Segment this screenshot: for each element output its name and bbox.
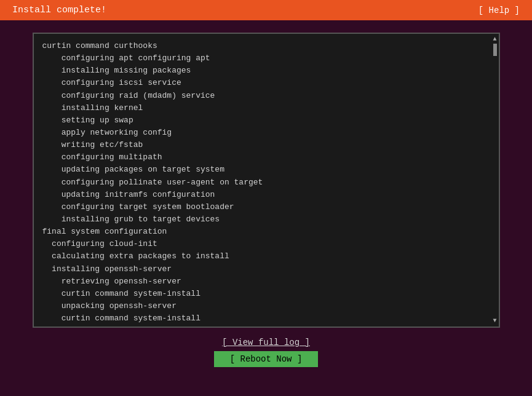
header-help-button[interactable]: [ Help ] <box>478 6 520 15</box>
view-full-log-button[interactable]: [ View full log ] <box>222 338 310 347</box>
header-title: Install complete! <box>12 5 106 15</box>
log-content: curtin command curthooks configuring apt… <box>42 40 490 328</box>
bottom-buttons: [ View full log ] [ Reboot Now ] <box>214 338 319 367</box>
log-terminal: curtin command curthooks configuring apt… <box>33 33 500 328</box>
scrollbar-arrow-down[interactable]: ▼ <box>493 318 496 324</box>
scrollbar-track[interactable]: ▲ ▼ <box>493 36 498 324</box>
main-content: curtin command curthooks configuring apt… <box>0 20 532 396</box>
scrollbar-thumb[interactable] <box>493 44 497 56</box>
scrollbar-arrow-up[interactable]: ▲ <box>493 36 496 42</box>
header-bar: Install complete! [ Help ] <box>0 0 532 20</box>
reboot-now-button[interactable]: [ Reboot Now ] <box>214 351 319 367</box>
